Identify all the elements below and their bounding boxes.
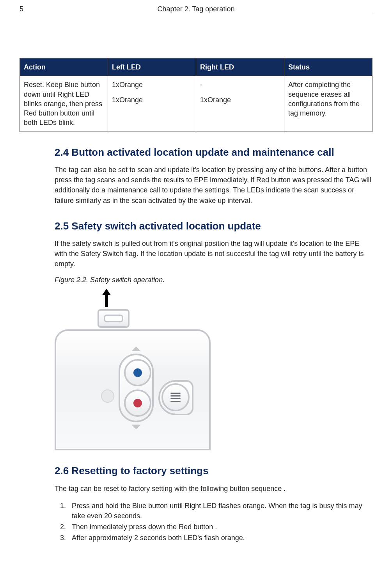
menu-lines-icon — [161, 383, 190, 411]
cell-action: Reset. Keep Blue button down until Right… — [20, 76, 108, 132]
red-dot — [133, 399, 142, 407]
figure-2-2-caption: Figure 2.2. Safety switch operation. — [55, 276, 372, 284]
right-led-line2: 1xOrange — [200, 95, 280, 105]
body-column: 2.4 Button activated location update and… — [20, 146, 372, 543]
table-header-row: Action Left LED Right LED Status — [20, 59, 372, 76]
tag-device-body — [55, 329, 211, 450]
right-led-line1: - — [200, 80, 280, 89]
section-2-4-body: The tag can also be set to scan and upda… — [55, 165, 372, 205]
led-indicator-icon — [101, 389, 114, 403]
col-left-led: Left LED — [108, 59, 196, 76]
page-number: 5 — [20, 5, 23, 13]
vertical-button-column — [119, 347, 154, 432]
cell-left-led: 1xOrange 1xOrange — [108, 76, 196, 132]
list-item: Then immediately press down the Red butt… — [68, 522, 372, 532]
button-pill — [119, 354, 154, 422]
chevron-up-icon — [131, 347, 141, 351]
safety-switch-figure — [55, 288, 211, 450]
section-2-5-title: 2.5 Safety switch activated location upd… — [55, 220, 372, 233]
reset-steps-list: Press and hold the Blue button until Rig… — [55, 501, 372, 543]
section-2-5-body: If the safety switch is pulled out from … — [55, 238, 372, 269]
left-led-line2: 1xOrange — [112, 95, 192, 105]
chevron-down-icon — [131, 425, 141, 429]
page-root: 5 Chapter 2. Tag operation Action Left L… — [0, 0, 392, 585]
cell-right-led: - 1xOrange — [196, 76, 284, 132]
red-button-icon — [124, 389, 151, 417]
arrow-up-icon — [101, 288, 211, 308]
list-item: After approximately 2 seconds both LED's… — [68, 533, 372, 543]
col-status: Status — [284, 59, 372, 76]
cell-status: After completing the sequence erases all… — [284, 76, 372, 132]
page-header: 5 Chapter 2. Tag operation — [20, 0, 372, 15]
safety-switch-icon — [98, 309, 129, 328]
col-right-led: Right LED — [196, 59, 284, 76]
table-row: Reset. Keep Blue button down until Right… — [20, 76, 372, 132]
blue-button-icon — [124, 359, 151, 386]
blue-dot — [133, 368, 142, 377]
led-action-table: Action Left LED Right LED Status Reset. … — [20, 58, 372, 132]
left-led-line1: 1xOrange — [112, 80, 192, 89]
section-2-6-title: 2.6 Resetting to factory settings — [55, 464, 372, 477]
chapter-title: Chapter 2. Tag operation — [158, 5, 235, 13]
section-2-4-title: 2.4 Button activated location update and… — [55, 146, 372, 159]
section-2-6-intro: The tag can be reset to factory setting … — [55, 484, 372, 494]
col-action: Action — [20, 59, 108, 76]
list-item: Press and hold the Blue button until Rig… — [68, 501, 372, 521]
